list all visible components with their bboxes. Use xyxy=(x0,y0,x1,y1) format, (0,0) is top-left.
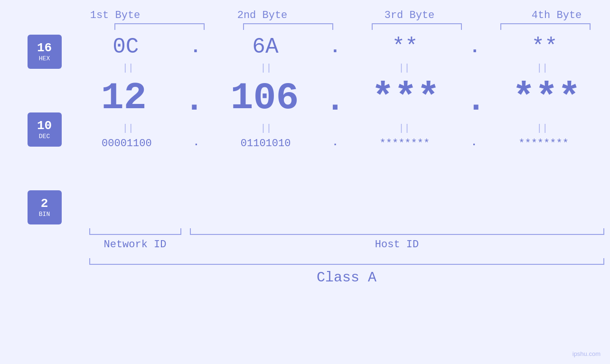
sep-row-2: || || || || xyxy=(66,120,604,137)
bracket-host xyxy=(190,228,604,235)
hex-dot3: . xyxy=(469,37,480,59)
dec-b4: *** xyxy=(492,76,601,120)
bracket-top-1 xyxy=(114,23,205,30)
main-content: 16 HEX 10 DEC 2 BIN 0C . 6A . ** xyxy=(6,35,604,224)
host-id-label: Host ID xyxy=(190,239,604,251)
main-container: 1st Byte 2nd Byte 3rd Byte 4th Byte 16 H… xyxy=(0,0,610,364)
bin-number: 2 xyxy=(41,197,48,211)
id-labels-row: Network ID Host ID xyxy=(89,239,604,251)
byte4-header: 4th Byte xyxy=(497,9,610,21)
hex-b2: 6A xyxy=(211,35,320,59)
dec-badge: 10 DEC xyxy=(28,112,62,147)
base-labels: 16 HEX 10 DEC 2 BIN xyxy=(28,35,62,224)
byte2-header: 2nd Byte xyxy=(203,9,322,21)
sep-row-1: || || || || xyxy=(66,59,604,76)
hex-dot2: . xyxy=(330,37,341,59)
sep2-b4: || xyxy=(483,123,601,134)
dec-b3: *** xyxy=(351,76,460,120)
class-label: Class A xyxy=(89,270,604,286)
network-id-label: Network ID xyxy=(89,239,181,251)
bin-b1: 00001100 xyxy=(72,138,181,149)
dec-number: 10 xyxy=(37,119,52,133)
sep2-b3: || xyxy=(345,123,463,134)
sep2-b1: || xyxy=(69,123,188,134)
bottom-brackets xyxy=(89,228,604,235)
dec-dot2: . xyxy=(325,82,345,120)
hex-dot1: . xyxy=(190,37,201,59)
byte1-header: 1st Byte xyxy=(56,9,175,21)
dec-dot1: . xyxy=(184,82,204,120)
dec-dot3: . xyxy=(466,82,486,120)
dec-b1: 12 xyxy=(69,76,178,120)
bin-dot1: . xyxy=(193,137,199,150)
bottom-section: Network ID Host ID Class A xyxy=(6,228,604,286)
sep2-b2: || xyxy=(207,123,326,134)
hex-badge: 16 HEX xyxy=(28,35,62,69)
hex-b4: ** xyxy=(490,35,599,59)
hex-b1: 0C xyxy=(71,35,180,59)
watermark: ipshu.com xyxy=(572,350,601,357)
bracket-top-3 xyxy=(372,23,462,30)
dec-row: 12 . 106 . *** . *** xyxy=(66,76,604,120)
sep1-b2: || xyxy=(207,63,326,74)
bracket-top-4 xyxy=(500,23,591,30)
rows-container: 0C . 6A . ** . ** || || || || 12 xyxy=(66,35,604,224)
top-brackets xyxy=(95,23,610,30)
hex-number: 16 xyxy=(37,41,52,55)
bracket-top-2 xyxy=(243,23,333,30)
bin-b2: 01101010 xyxy=(211,138,320,149)
bin-dot3: . xyxy=(471,137,477,150)
byte3-header: 3rd Byte xyxy=(350,9,469,21)
sep1-b1: || xyxy=(69,63,188,74)
bin-name: BIN xyxy=(39,211,50,218)
byte-headers: 1st Byte 2nd Byte 3rd Byte 4th Byte xyxy=(42,9,610,21)
bin-b3: ******** xyxy=(350,138,459,149)
dec-b2: 106 xyxy=(210,76,319,120)
sep1-b3: || xyxy=(345,63,463,74)
hex-row: 0C . 6A . ** . ** xyxy=(66,35,604,59)
full-bottom-bracket xyxy=(89,258,604,265)
hex-name: HEX xyxy=(39,55,50,62)
bin-b4: ******** xyxy=(489,138,598,149)
dec-name: DEC xyxy=(39,133,50,140)
bin-dot2: . xyxy=(332,137,338,150)
sep1-b4: || xyxy=(483,63,601,74)
bin-row: 00001100 . 01101010 . ******** . *******… xyxy=(66,137,604,150)
bracket-network xyxy=(89,228,181,235)
bin-badge: 2 BIN xyxy=(28,190,62,224)
hex-b3: ** xyxy=(350,35,460,59)
